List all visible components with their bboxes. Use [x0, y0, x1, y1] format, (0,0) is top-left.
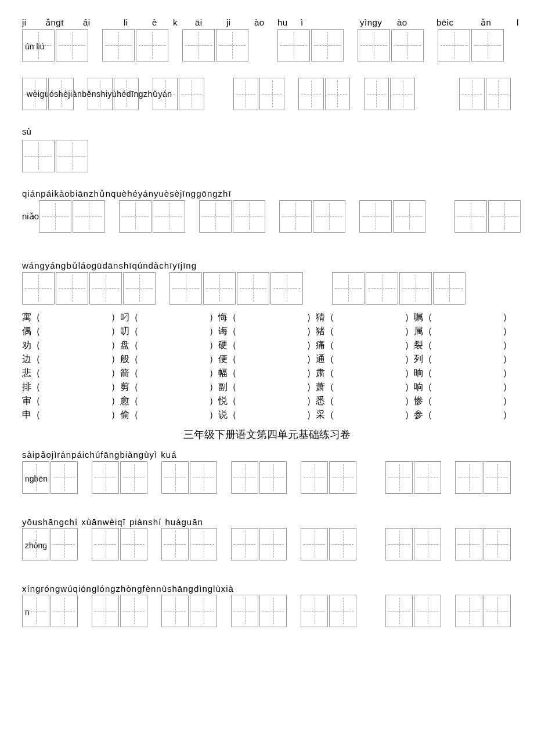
pinyin-line: xíngróngwúqiónglóngzhòngfènnùshāngdìnglù… — [22, 584, 512, 594]
writing-box — [119, 200, 151, 233]
pinyin-row-2: wèiguóshèjiànběnshiyùhédīngzhǔyán — [22, 78, 512, 110]
writing-box — [56, 140, 88, 172]
writing-box — [88, 78, 113, 110]
writing-box — [120, 595, 147, 627]
writing-box — [484, 595, 511, 627]
writing-box — [329, 461, 356, 494]
writing-box — [301, 461, 328, 494]
writing-box — [484, 461, 511, 494]
pinyin-row-1: jiǎngtáilièkāijiàohuìyìngyàobēicǎnl ún l… — [22, 17, 512, 62]
writing-box — [237, 272, 269, 305]
writing-box — [22, 528, 49, 560]
writing-box — [56, 29, 88, 62]
pinyin-row-3: qiánpáikàobiānzhǔnquèhéyányuèsèjīnggōngz… — [22, 189, 512, 233]
writing-box — [199, 200, 232, 233]
writing-box — [277, 29, 310, 62]
writing-box — [486, 78, 511, 110]
writing-box — [203, 272, 236, 305]
character-table: 寓（）叼（）悔（）猜（）嘱（）偶（）叨（）诲（）猪（）属（）劝（）盘（）硬（）痛… — [22, 310, 512, 422]
writing-box — [270, 272, 303, 305]
writing-box — [359, 200, 392, 233]
writing-box — [414, 528, 441, 560]
isolated-group: sù — [22, 126, 512, 172]
writing-box — [301, 528, 328, 560]
writing-box — [89, 272, 122, 305]
writing-box — [385, 595, 413, 627]
label: sù — [22, 126, 512, 136]
writing-box — [22, 595, 49, 627]
writing-box — [414, 461, 441, 494]
writing-box — [231, 461, 258, 494]
writing-box — [471, 29, 504, 62]
writing-box — [179, 78, 204, 110]
writing-box — [233, 200, 265, 233]
writing-box — [50, 595, 78, 627]
box-row: n — [22, 595, 512, 627]
box-row — [39, 200, 534, 233]
writing-box — [161, 528, 189, 560]
writing-box — [136, 29, 168, 62]
writing-box — [92, 528, 119, 560]
writing-box — [259, 528, 287, 560]
writing-box — [298, 78, 323, 110]
writing-box — [454, 200, 487, 233]
writing-box — [488, 200, 521, 233]
writing-box — [22, 78, 47, 110]
pinyin-row-7: xíngróngwúqiónglóngzhòngfènnùshāngdìnglù… — [22, 584, 512, 627]
writing-box — [279, 200, 312, 233]
writing-box — [433, 272, 466, 305]
writing-box — [438, 29, 470, 62]
writing-box — [73, 200, 105, 233]
writing-box — [329, 528, 356, 560]
box-row — [22, 272, 512, 305]
writing-box — [123, 272, 156, 305]
writing-box — [311, 29, 344, 62]
writing-box — [329, 595, 356, 627]
writing-box — [114, 78, 139, 110]
writing-box — [325, 78, 350, 110]
writing-box — [22, 140, 55, 172]
box-row: ún liú — [22, 29, 512, 62]
writing-box — [391, 29, 424, 62]
writing-box — [455, 461, 482, 494]
writing-box — [22, 29, 55, 62]
box-row: ngbēn — [22, 461, 512, 494]
writing-box — [399, 272, 432, 305]
pinyin-row-6: yōushāngchí xùānwèiqī piànshí huàguān zh… — [22, 517, 512, 560]
box-row: zhòng — [22, 528, 512, 560]
writing-box — [385, 528, 413, 560]
writing-box — [169, 272, 202, 305]
pinyin-line: sàipǎojìránpáichúfāngbiàngùyì kuá — [22, 450, 512, 460]
writing-box — [455, 595, 482, 627]
writing-box — [358, 29, 390, 62]
writing-box — [233, 78, 258, 110]
writing-box — [92, 595, 119, 627]
box-row — [22, 140, 512, 172]
writing-box — [231, 528, 258, 560]
pinyin-line: wángyángbǔláogūdānshīqúndàchīyījīng — [22, 261, 512, 271]
writing-box — [231, 595, 258, 627]
writing-box — [313, 200, 345, 233]
writing-box — [39, 200, 71, 233]
pinyin-row-5: sàipǎojìránpáichúfāngbiàngùyì kuá ngbēn — [22, 450, 512, 494]
writing-box — [22, 461, 49, 494]
writing-box — [120, 461, 147, 494]
writing-box — [50, 528, 78, 560]
pinyin-line: yōushāngchí xùānwèiqī piànshí huàguān — [22, 517, 512, 527]
writing-box — [455, 528, 482, 560]
writing-box — [161, 461, 189, 494]
writing-box — [102, 29, 135, 62]
pinyin-row-4: wángyángbǔláogūdānshīqúndàchīyījīng — [22, 261, 512, 305]
writing-box — [459, 78, 484, 110]
writing-box — [161, 595, 189, 627]
writing-box — [56, 272, 88, 305]
box-row: wèiguóshèjiànběnshiyùhédīngzhǔyán — [22, 78, 512, 110]
writing-box — [50, 461, 78, 494]
writing-box — [484, 528, 511, 560]
writing-box — [259, 78, 284, 110]
writing-box — [182, 29, 215, 62]
writing-box — [390, 78, 415, 110]
writing-box — [153, 200, 185, 233]
writing-box — [216, 29, 248, 62]
side-label: niǎo — [22, 211, 39, 222]
